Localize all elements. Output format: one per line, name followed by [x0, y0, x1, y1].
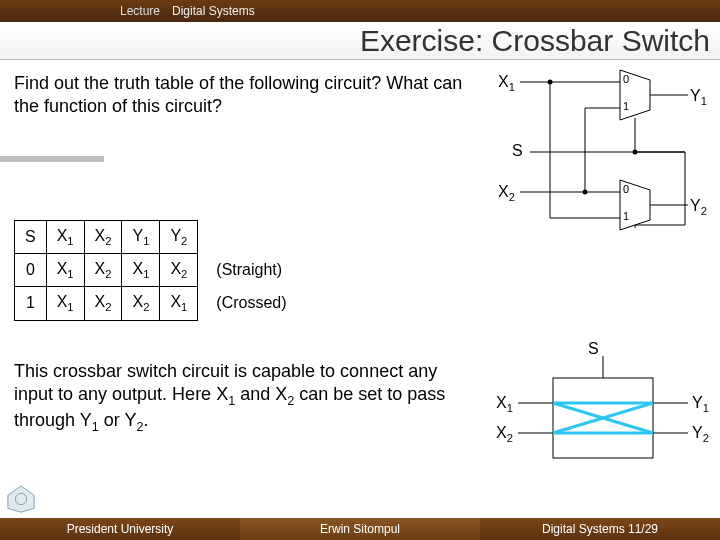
hdr-s: S — [15, 221, 47, 254]
xbar-s-label: S — [588, 340, 599, 358]
footer-right: Digital Systems 11/29 — [480, 518, 720, 540]
table-row: 1 X1 X2 X2 X1 (Crossed) — [15, 287, 297, 320]
footer-mid: Erwin Sitompul — [240, 518, 480, 540]
xbar-x2-label: X2 — [496, 424, 513, 444]
explanation-text: This crossbar switch circuit is capable … — [14, 360, 474, 435]
cell: X1 — [160, 287, 198, 320]
slide-title: Exercise: Crossbar Switch — [0, 22, 720, 60]
cell: X2 — [160, 254, 198, 287]
cell: X2 — [84, 287, 122, 320]
header-band: Lecture Digital Systems — [0, 0, 720, 22]
circuit-x1-label: X1 — [498, 73, 515, 93]
crossbar-symbol: S X1 X2 Y1 Y2 — [498, 348, 708, 492]
cell: X1 — [122, 254, 160, 287]
row1-note: (Crossed) — [198, 287, 297, 320]
mux2-in1: 1 — [623, 210, 629, 222]
circuit-y2-label: Y2 — [690, 197, 707, 217]
xbar-x1-label: X1 — [496, 394, 513, 414]
xbar-y1-label: Y1 — [692, 394, 709, 414]
xbar-y2-label: Y2 — [692, 424, 709, 444]
footer: President University Erwin Sitompul Digi… — [0, 518, 720, 540]
cell-s1: 1 — [15, 287, 47, 320]
cell: X1 — [46, 287, 84, 320]
cell: X2 — [122, 287, 160, 320]
cell: X1 — [46, 254, 84, 287]
mux1-in0: 0 — [623, 73, 629, 85]
svg-marker-29 — [8, 486, 34, 512]
hdr-x1: X1 — [46, 221, 84, 254]
footer-left: President University — [0, 518, 240, 540]
circuit-x2-label: X2 — [498, 183, 515, 203]
cell: X2 — [84, 254, 122, 287]
mux1-in1: 1 — [623, 100, 629, 112]
course-name: Digital Systems — [166, 4, 255, 18]
table-row: 0 X1 X2 X1 X2 (Straight) — [15, 254, 297, 287]
table-header-row: S X1 X2 Y1 Y2 — [15, 221, 297, 254]
question-text: Find out the truth table of the followin… — [14, 72, 474, 117]
decorative-bar — [0, 156, 104, 162]
truth-table: S X1 X2 Y1 Y2 0 X1 X2 X1 X2 (Straight) 1… — [14, 220, 297, 321]
circuit-diagram: X1 X2 Y1 Y2 S 0 1 0 1 — [490, 70, 710, 274]
hdr-x2: X2 — [84, 221, 122, 254]
slide: Lecture Digital Systems Exercise: Crossb… — [0, 0, 720, 540]
hdr-y2: Y2 — [160, 221, 198, 254]
circuit-y1-label: Y1 — [690, 87, 707, 107]
cell-s0: 0 — [15, 254, 47, 287]
row0-note: (Straight) — [198, 254, 297, 287]
mux2-in0: 0 — [623, 183, 629, 195]
hdr-note — [198, 221, 297, 254]
circuit-s-label: S — [512, 142, 523, 160]
university-logo-icon — [6, 484, 36, 514]
lecture-label: Lecture — [0, 4, 166, 18]
hdr-y1: Y1 — [122, 221, 160, 254]
